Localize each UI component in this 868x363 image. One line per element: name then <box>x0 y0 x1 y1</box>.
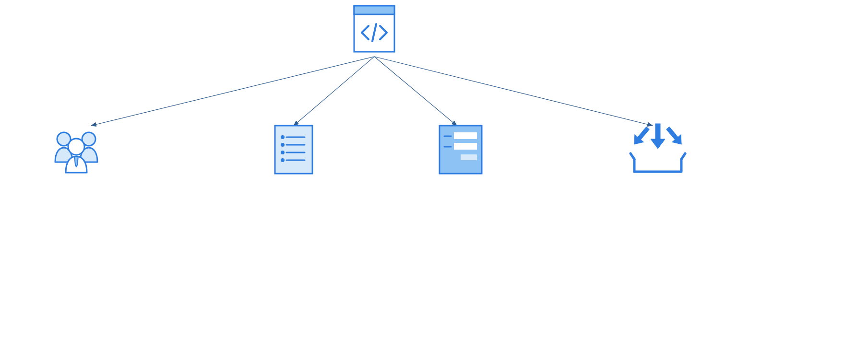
svg-rect-17 <box>454 132 477 139</box>
svg-point-11 <box>282 152 284 154</box>
svg-rect-23 <box>655 124 660 140</box>
inbox-icon <box>630 124 686 172</box>
svg-point-13 <box>282 159 284 162</box>
svg-marker-24 <box>651 139 665 149</box>
users-icon <box>55 132 97 173</box>
svg-rect-6 <box>275 126 312 174</box>
svg-rect-1 <box>354 6 394 14</box>
arrow-to-inbox <box>374 57 653 126</box>
arrow-to-list <box>294 57 374 126</box>
form-icon <box>440 126 482 174</box>
svg-rect-19 <box>454 143 477 150</box>
svg-point-9 <box>282 144 284 146</box>
list-icon <box>275 126 312 174</box>
svg-point-5 <box>68 139 84 155</box>
arrow-to-users <box>91 57 374 126</box>
svg-rect-20 <box>461 154 477 160</box>
connector-arrows <box>91 57 653 126</box>
svg-point-7 <box>282 136 284 139</box>
code-icon <box>354 6 394 52</box>
